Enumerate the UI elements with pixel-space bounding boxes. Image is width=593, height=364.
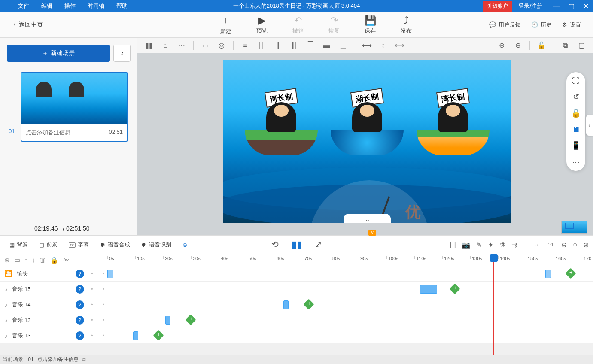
visibility-button[interactable]: 👁 bbox=[63, 256, 69, 264]
rotate-icon[interactable]: ↺ bbox=[573, 92, 579, 102]
ratio-button[interactable]: 1:1 bbox=[546, 242, 555, 248]
track-dot[interactable]: • bbox=[88, 286, 96, 292]
help-icon[interactable]: ? bbox=[76, 331, 84, 340]
new-scene-button[interactable]: ＋ 新建场景 bbox=[7, 45, 110, 62]
copy-button[interactable]: ⧉ bbox=[558, 39, 572, 52]
close-button[interactable]: ✕ bbox=[579, 2, 593, 10]
keyframe-button[interactable]: ✦ bbox=[488, 241, 493, 249]
history-link[interactable]: 🕘历史 bbox=[531, 21, 552, 29]
track-dot[interactable]: • bbox=[100, 332, 107, 339]
target-button[interactable]: ◎ bbox=[214, 39, 229, 52]
track-dot[interactable]: • bbox=[88, 317, 96, 323]
login-register-link[interactable]: 登录/注册 bbox=[512, 2, 548, 10]
add-keyframe-button[interactable] bbox=[185, 314, 196, 325]
clip[interactable] bbox=[133, 331, 138, 340]
playhead[interactable] bbox=[490, 254, 498, 262]
track-body[interactable] bbox=[107, 328, 593, 343]
menu-operate[interactable]: 操作 bbox=[58, 2, 82, 10]
copy-icon[interactable]: ⧉ bbox=[82, 356, 86, 362]
menu-file[interactable]: 文件 bbox=[12, 2, 35, 10]
tts-tab[interactable]: 🗣语音合成 bbox=[95, 241, 135, 249]
zoom-out-timeline[interactable]: ⊖ bbox=[561, 241, 567, 249]
mini-preview[interactable] bbox=[561, 221, 587, 234]
background-tab[interactable]: ▦背景 bbox=[4, 241, 33, 249]
align-h-button[interactable]: |‖ bbox=[254, 39, 269, 52]
more-button[interactable]: ⋯ bbox=[174, 39, 189, 52]
track-body[interactable] bbox=[107, 297, 593, 312]
home-button[interactable]: ⌂ bbox=[158, 39, 173, 52]
add-keyframe-button[interactable] bbox=[449, 283, 460, 294]
track-dot[interactable]: • bbox=[88, 270, 96, 277]
layer-button[interactable]: ▮▮ bbox=[142, 39, 156, 52]
folder-button[interactable]: ▭ bbox=[14, 256, 20, 264]
clip[interactable] bbox=[283, 300, 289, 309]
track-dot[interactable]: • bbox=[100, 301, 107, 308]
add-keyframe-button[interactable] bbox=[153, 330, 164, 340]
help-icon[interactable]: ? bbox=[76, 285, 84, 294]
undo-button[interactable]: ↶撤销 bbox=[280, 14, 316, 36]
align-h2-button[interactable]: ‖| bbox=[287, 39, 301, 52]
save-button[interactable]: 💾保存 bbox=[352, 14, 388, 36]
bracket-in-button[interactable]: [·] bbox=[450, 241, 456, 249]
down-button[interactable]: ↓ bbox=[32, 256, 36, 264]
right-drawer-toggle[interactable]: ‹ bbox=[586, 115, 593, 136]
dist-h-button[interactable]: ⟷ bbox=[359, 39, 374, 52]
help-icon[interactable]: ? bbox=[76, 316, 84, 325]
clip[interactable] bbox=[107, 270, 113, 278]
marker-v[interactable]: V bbox=[368, 230, 376, 236]
add-keyframe-button[interactable] bbox=[303, 299, 314, 309]
track-header[interactable]: ♪ 音乐 14 ? • • bbox=[0, 297, 107, 312]
track-header[interactable]: ♪ 音乐 15 ? • • bbox=[0, 282, 107, 297]
unlock-icon[interactable]: 🔓 bbox=[571, 109, 581, 118]
clip[interactable] bbox=[545, 270, 551, 278]
more-icon[interactable]: ⋯ bbox=[572, 157, 580, 167]
lock-button[interactable]: 🔓 bbox=[534, 39, 549, 52]
paste-button[interactable]: ▢ bbox=[574, 39, 589, 52]
preview-button[interactable]: ▶预览 bbox=[244, 14, 280, 36]
pause-button[interactable]: ▮▮ bbox=[292, 239, 302, 250]
track-dot[interactable]: • bbox=[100, 286, 107, 292]
maximize-button[interactable]: ▢ bbox=[564, 2, 579, 10]
music-library-button[interactable]: ♪ bbox=[113, 45, 131, 62]
add-track-button[interactable]: ⊕ bbox=[4, 256, 10, 264]
track-body[interactable] bbox=[107, 312, 593, 328]
minimize-button[interactable]: — bbox=[548, 2, 564, 10]
new-button[interactable]: ＋新建 bbox=[208, 14, 244, 36]
lock-track-button[interactable]: 🔒 bbox=[50, 256, 58, 264]
menu-help[interactable]: 帮助 bbox=[110, 2, 134, 10]
zoom-out-button[interactable]: ⊖ bbox=[511, 39, 525, 52]
track-header[interactable]: ♪ 音乐 13 ? • • bbox=[0, 328, 107, 343]
zoom-in-button[interactable]: ⊕ bbox=[494, 39, 509, 52]
track-dot[interactable]: • bbox=[88, 301, 96, 308]
redo-button[interactable]: ↷恢复 bbox=[316, 14, 352, 36]
menu-edit[interactable]: 编辑 bbox=[35, 2, 58, 10]
track-body[interactable] bbox=[107, 266, 593, 281]
add-keyframe-button[interactable] bbox=[565, 268, 576, 279]
desktop-icon[interactable]: 🖥 bbox=[572, 125, 580, 134]
camera-button[interactable]: 📷 bbox=[462, 241, 470, 249]
dist-v-button[interactable]: ↕ bbox=[376, 39, 390, 52]
track-body[interactable] bbox=[107, 282, 593, 297]
zoom-slider[interactable]: ○ bbox=[573, 241, 577, 249]
subtitle-tab[interactable]: cc字幕 bbox=[64, 241, 94, 249]
track-dot[interactable]: • bbox=[88, 332, 96, 339]
align-bottom-button[interactable]: ▁ bbox=[336, 39, 350, 52]
align-top-button[interactable]: ▔ bbox=[303, 39, 318, 52]
replay-button[interactable]: ⟲ bbox=[271, 239, 279, 250]
track-dot[interactable]: • bbox=[100, 270, 107, 277]
clip[interactable] bbox=[165, 316, 170, 325]
settings-link[interactable]: ⚙设置 bbox=[562, 21, 581, 29]
scene-note-placeholder[interactable]: 点击添加备注信息 bbox=[26, 129, 70, 136]
foreground-tab[interactable]: ▢前景 bbox=[34, 241, 63, 249]
zoom-in-timeline[interactable]: ⊕ bbox=[583, 241, 589, 249]
expand-button[interactable]: ⤢ bbox=[315, 239, 322, 250]
clip[interactable] bbox=[420, 285, 437, 294]
publish-button[interactable]: ⤴发布 bbox=[388, 14, 424, 36]
menu-timeline[interactable]: 时间轴 bbox=[82, 2, 110, 10]
dist-h2-button[interactable]: ⟺ bbox=[392, 39, 407, 52]
help-icon[interactable]: ? bbox=[76, 270, 84, 278]
track-header[interactable]: 🎦 镜头 ? • • bbox=[0, 266, 107, 281]
status-note[interactable]: 点击添加备注信息 bbox=[37, 356, 79, 363]
up-button[interactable]: ↑ bbox=[24, 256, 28, 264]
align-center-button[interactable]: ‖ bbox=[271, 39, 285, 52]
